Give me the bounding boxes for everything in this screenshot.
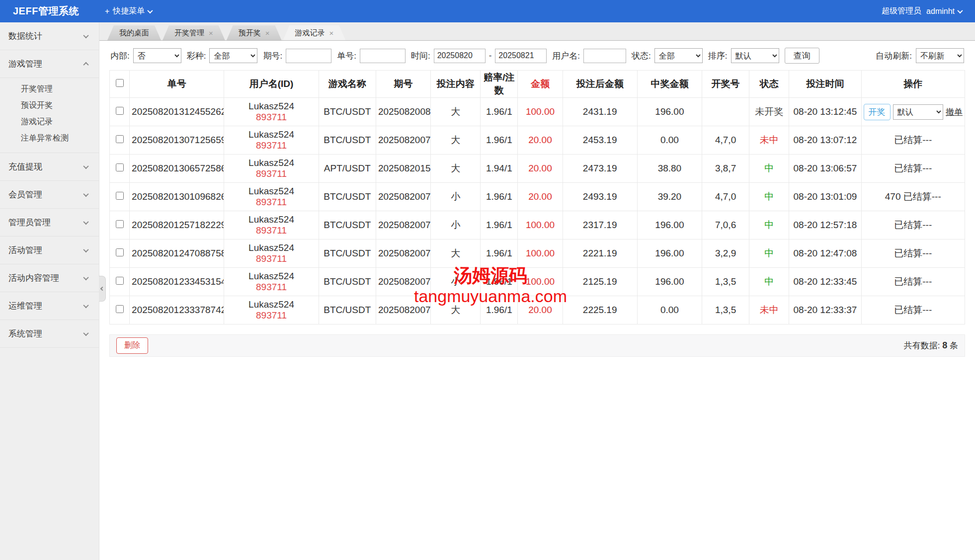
draw-button[interactable]: 开奖 bbox=[864, 104, 891, 120]
period-input[interactable] bbox=[286, 49, 331, 63]
row-checkbox[interactable] bbox=[116, 135, 124, 143]
sort-select[interactable]: 默认 bbox=[731, 48, 779, 63]
query-button[interactable]: 查询 bbox=[785, 48, 819, 64]
username-label: 用户名: bbox=[552, 50, 580, 62]
chevron-up-icon bbox=[83, 62, 88, 67]
amount-cell: 20.00 bbox=[518, 155, 563, 183]
sidebar-item[interactable]: 游戏管理 bbox=[0, 50, 99, 78]
row-checkbox[interactable] bbox=[116, 305, 124, 313]
sidebar-item[interactable]: 活动内容管理 bbox=[0, 264, 99, 292]
win-amount-cell: 196.00 bbox=[637, 240, 702, 268]
lottery-label: 彩种: bbox=[187, 50, 206, 62]
select-all-checkbox[interactable] bbox=[116, 79, 124, 87]
chevron-left-icon bbox=[100, 287, 104, 291]
username-text: Lukasz524 bbox=[226, 186, 316, 197]
sidebar-item[interactable]: 管理员管理 bbox=[0, 209, 99, 237]
action-select[interactable]: 默认 bbox=[893, 104, 943, 120]
status-cell: 中 bbox=[749, 155, 789, 183]
user-id-text: 893711 bbox=[226, 140, 316, 151]
user-menu[interactable]: adminht bbox=[926, 7, 962, 16]
amount-cell: 100.00 bbox=[518, 98, 563, 126]
draw-number-cell: 4,7,0 bbox=[702, 126, 749, 155]
close-icon[interactable]: × bbox=[329, 29, 334, 37]
chevron-down-icon bbox=[83, 32, 88, 38]
sidebar-item[interactable]: 运维管理 bbox=[0, 292, 99, 320]
row-checkbox[interactable] bbox=[116, 192, 124, 200]
order-id-cell: 202508201247088758 bbox=[130, 240, 224, 268]
action-cell: 已结算--- bbox=[861, 268, 965, 296]
column-header: 投注时间 bbox=[789, 71, 861, 98]
column-header: 开奖号 bbox=[702, 71, 749, 98]
sidebar-item[interactable]: 会员管理 bbox=[0, 181, 99, 209]
username-text: Lukasz524 bbox=[226, 158, 316, 168]
username: adminht bbox=[926, 7, 955, 16]
cancel-order-link[interactable]: 撤单 bbox=[946, 106, 963, 118]
column-header: 中奖金额 bbox=[637, 71, 702, 98]
row-checkbox[interactable] bbox=[116, 277, 124, 285]
auto-refresh-select[interactable]: 不刷新 bbox=[916, 48, 964, 63]
username-text: Lukasz524 bbox=[226, 129, 316, 140]
order-input[interactable] bbox=[360, 49, 406, 63]
user-cell: Lukasz524893711 bbox=[224, 296, 319, 324]
time-to-input[interactable] bbox=[495, 49, 547, 63]
status-cell: 未中 bbox=[749, 126, 789, 155]
table-row: 202508201307125659Lukasz524893711BTC/USD… bbox=[110, 126, 965, 155]
sidebar-item[interactable]: 活动管理 bbox=[0, 237, 99, 264]
row-checkbox[interactable] bbox=[116, 107, 124, 115]
close-icon[interactable]: × bbox=[209, 29, 213, 37]
tab[interactable]: 预开奖× bbox=[227, 25, 282, 40]
sidebar-item[interactable]: 数据统计 bbox=[0, 22, 99, 50]
tab[interactable]: 我的桌面 bbox=[107, 25, 161, 40]
draw-number-cell: 1,3,5 bbox=[702, 296, 749, 324]
status-select[interactable]: 全部 bbox=[654, 48, 703, 63]
sidebar-subitem[interactable]: 开奖管理 bbox=[0, 81, 99, 97]
sidebar-subitem[interactable]: 游戏记录 bbox=[0, 114, 99, 130]
column-header: 赔率/注数 bbox=[481, 71, 518, 98]
user-cell: Lukasz524893711 bbox=[224, 155, 319, 183]
table-header-row: 单号用户名(ID)游戏名称期号投注内容赔率/注数金额投注后金额中奖金额开奖号状态… bbox=[110, 71, 965, 98]
row-checkbox[interactable] bbox=[116, 220, 124, 228]
table-row: 202508201233453154Lukasz524893711BTC/USD… bbox=[110, 268, 965, 296]
status-cell: 中 bbox=[749, 183, 789, 211]
tab-label: 游戏记录 bbox=[295, 28, 325, 38]
internal-select[interactable]: 否 bbox=[133, 48, 181, 63]
sidebar-subitem[interactable]: 预设开奖 bbox=[0, 97, 99, 114]
balance-after-cell: 2431.19 bbox=[563, 98, 637, 126]
username-text: Lukasz524 bbox=[226, 271, 316, 282]
sidebar-subitem[interactable]: 注单异常检测 bbox=[0, 130, 99, 147]
sidebar-item[interactable]: 系统管理 bbox=[0, 320, 99, 348]
chevron-down-icon bbox=[148, 7, 153, 13]
sidebar-submenu: 开奖管理预设开奖游戏记录注单异常检测 bbox=[0, 78, 99, 153]
sidebar-item-label: 数据统计 bbox=[8, 30, 42, 42]
status-cell: 中 bbox=[749, 268, 789, 296]
balance-after-cell: 2221.19 bbox=[563, 240, 637, 268]
user-cell: Lukasz524893711 bbox=[224, 240, 319, 268]
table-body: 202508201312455262Lukasz524893711BTC/USD… bbox=[110, 98, 965, 324]
time-from-input[interactable] bbox=[434, 49, 486, 63]
odds-cell: 1.96/1 bbox=[481, 183, 518, 211]
sidebar-collapse-handle[interactable] bbox=[99, 276, 106, 302]
sidebar-item[interactable]: 充值提现 bbox=[0, 153, 99, 181]
user-id-text: 893711 bbox=[226, 310, 316, 321]
game-cell: BTC/USDT bbox=[319, 183, 376, 211]
tab[interactable]: 游戏记录× bbox=[283, 25, 346, 40]
row-checkbox[interactable] bbox=[116, 163, 124, 171]
chevron-down-icon bbox=[83, 330, 88, 335]
settle-status-text: 470 已结算--- bbox=[885, 191, 941, 202]
footer-bar: 删除 共有数据: 8 条 bbox=[109, 334, 965, 357]
sidebar: 数据统计游戏管理开奖管理预设开奖游戏记录注单异常检测充值提现会员管理管理员管理活… bbox=[0, 22, 99, 560]
tab-label: 预开奖 bbox=[239, 28, 261, 38]
quick-menu-button[interactable]: + 快捷菜单 bbox=[105, 6, 152, 16]
close-icon[interactable]: × bbox=[265, 29, 270, 37]
bet-content-cell: 小 bbox=[431, 183, 481, 211]
row-checkbox[interactable] bbox=[116, 248, 124, 256]
tab[interactable]: 开奖管理× bbox=[162, 25, 225, 40]
column-header: 操作 bbox=[861, 71, 965, 98]
user-cell: Lukasz524893711 bbox=[224, 211, 319, 240]
username-input[interactable] bbox=[583, 49, 626, 63]
game-cell: BTC/USDT bbox=[319, 268, 376, 296]
lottery-select[interactable]: 全部 bbox=[209, 48, 257, 63]
bet-content-cell: 小 bbox=[431, 211, 481, 240]
sidebar-menu: 数据统计游戏管理开奖管理预设开奖游戏记录注单异常检测充值提现会员管理管理员管理活… bbox=[0, 22, 99, 348]
delete-button[interactable]: 删除 bbox=[116, 337, 148, 354]
